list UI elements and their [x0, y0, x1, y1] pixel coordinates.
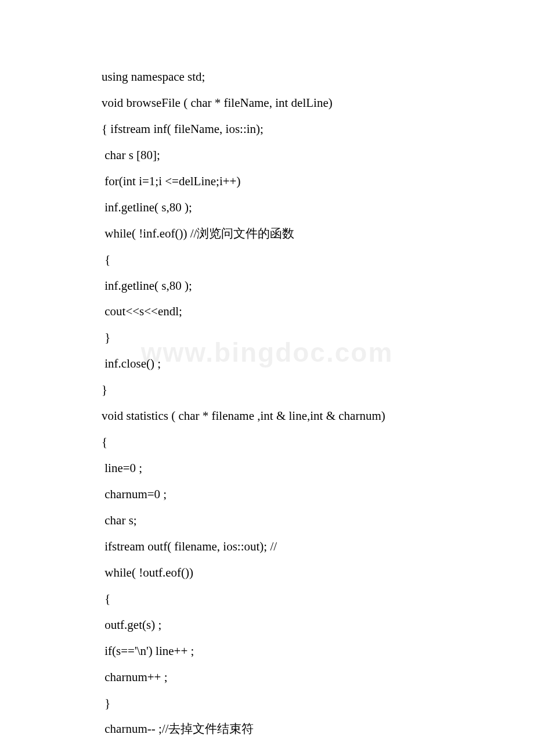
code-line: line=0 ;	[102, 455, 432, 481]
code-line: inf.getline( s,80 );	[102, 195, 432, 221]
code-line: charnum-- ;//去掉文件结束符	[102, 716, 432, 742]
document-content: using namespace std; void browseFile ( c…	[0, 0, 534, 756]
code-line: while( !outf.eof())	[102, 560, 432, 586]
code-line: char s;	[102, 507, 432, 534]
code-line: charnum++ ;	[102, 664, 432, 690]
code-line: }	[102, 377, 432, 403]
code-line: using namespace std;	[102, 64, 432, 90]
code-line: void statistics ( char * filename ,int &…	[102, 403, 432, 429]
code-line: }	[102, 690, 432, 717]
code-line: { ifstream inf( fileName, ios::in);	[102, 116, 432, 142]
code-line: {	[102, 247, 432, 273]
code-line: while( !inf.eof()) //浏览问文件的函数	[102, 221, 432, 247]
code-line: cout<<s<<endl;	[102, 298, 432, 325]
code-line: void browseFile ( char * fileName, int d…	[102, 90, 432, 116]
code-line: {	[102, 586, 432, 612]
code-line: {	[102, 429, 432, 455]
code-line: }	[102, 325, 432, 351]
code-line: ifstream outf( filename, ios::out); //	[102, 534, 432, 560]
code-line: if(s=='\n') line++ ;	[102, 638, 432, 664]
code-line: for(int i=1;i <=delLine;i++)	[102, 168, 432, 195]
code-line: inf.getline( s,80 );	[102, 273, 432, 299]
code-line: charnum=0 ;	[102, 481, 432, 507]
code-line: inf.close() ;	[102, 351, 432, 377]
code-line: outf.get(s) ;	[102, 612, 432, 638]
code-line: char s [80];	[102, 142, 432, 168]
